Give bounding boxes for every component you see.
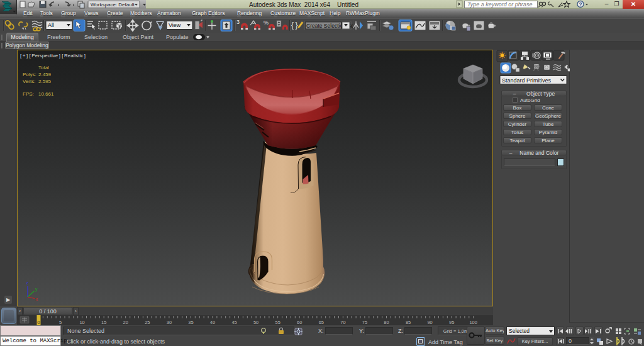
svg-text:All: All [48,22,54,28]
svg-text:y: y [35,287,38,292]
svg-text:{ }: { } [291,21,297,30]
svg-text:60: 60 [297,320,302,325]
svg-text:30: 30 [167,320,172,325]
svg-text:Standard Primitives: Standard Primitives [502,77,552,84]
svg-text:55: 55 [275,320,280,325]
svg-text:x: x [36,297,38,301]
svg-text:10: 10 [79,320,84,325]
svg-text:65: 65 [319,320,324,325]
svg-text:20: 20 [123,320,128,325]
svg-text:80: 80 [384,320,389,325]
svg-text:70: 70 [340,320,345,325]
svg-text:Workspace: Default: Workspace: Default [91,2,135,8]
svg-text:?: ? [579,1,582,8]
svg-text:90: 90 [427,320,432,325]
svg-text:15: 15 [101,320,106,325]
svg-text:40: 40 [210,320,215,325]
svg-text:View: View [169,22,181,28]
svg-text:25: 25 [145,320,150,325]
svg-text:75: 75 [362,320,367,325]
svg-text:3: 3 [236,19,240,25]
svg-text:95: 95 [449,320,454,325]
svg-text:%: % [264,20,269,26]
svg-text:45: 45 [231,320,236,325]
svg-text:z: z [26,281,29,285]
svg-text:100: 100 [469,320,477,325]
svg-text:50: 50 [253,320,258,325]
svg-text:0: 0 [37,320,40,325]
svg-text:5: 5 [59,320,62,325]
svg-text:85: 85 [406,320,411,325]
svg-text:35: 35 [188,320,193,325]
